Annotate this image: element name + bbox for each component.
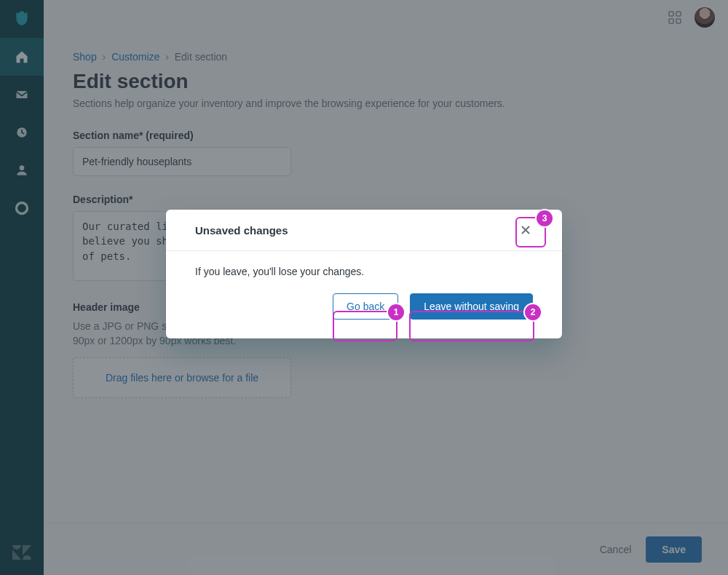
unsaved-changes-modal: Unsaved changes If you leave, you'll los… xyxy=(166,210,562,338)
modal-close-button[interactable] xyxy=(518,223,533,237)
close-icon xyxy=(521,225,531,235)
modal-body: If you leave, you'll lose your changes. xyxy=(166,251,562,288)
go-back-button[interactable]: Go back xyxy=(333,293,398,320)
leave-without-saving-button[interactable]: Leave without saving xyxy=(410,293,533,320)
modal-title: Unsaved changes xyxy=(195,224,288,237)
